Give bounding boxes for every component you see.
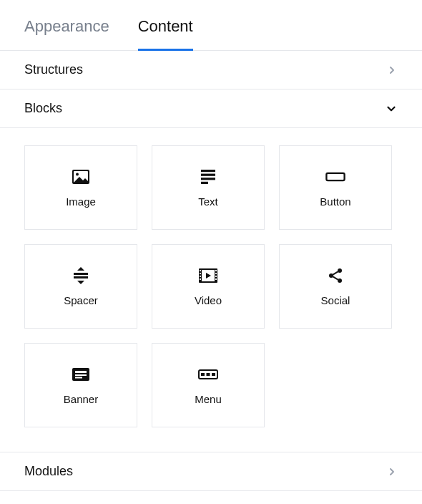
svg-rect-19 xyxy=(215,270,217,271)
block-social[interactable]: Social xyxy=(279,244,392,329)
svg-line-27 xyxy=(333,276,338,279)
section-structures-label: Structures xyxy=(24,62,83,77)
chevron-right-icon xyxy=(386,64,398,76)
section-blocks[interactable]: Blocks xyxy=(0,89,422,128)
block-image-label: Image xyxy=(66,195,96,208)
svg-rect-10 xyxy=(74,276,88,278)
text-icon xyxy=(198,168,218,185)
svg-marker-8 xyxy=(77,267,84,271)
svg-rect-17 xyxy=(200,276,201,277)
svg-line-26 xyxy=(333,271,338,274)
tab-bar: Appearance Content xyxy=(0,0,422,51)
svg-rect-20 xyxy=(215,273,217,274)
block-image[interactable]: Image xyxy=(24,145,137,230)
svg-rect-6 xyxy=(201,181,208,183)
chevron-down-icon xyxy=(385,102,398,115)
svg-rect-22 xyxy=(215,278,217,280)
svg-rect-33 xyxy=(201,373,205,376)
svg-rect-34 xyxy=(207,373,210,376)
tab-content[interactable]: Content xyxy=(138,17,193,50)
svg-rect-7 xyxy=(326,173,344,180)
block-text-label: Text xyxy=(198,195,218,208)
image-icon xyxy=(71,168,91,185)
block-social-label: Social xyxy=(321,294,350,306)
video-icon xyxy=(198,267,218,284)
block-button-label: Button xyxy=(320,195,350,208)
menu-icon xyxy=(198,366,218,383)
svg-rect-30 xyxy=(75,374,87,376)
block-text[interactable]: Text xyxy=(152,145,265,230)
svg-rect-16 xyxy=(200,273,201,274)
block-spacer[interactable]: Spacer xyxy=(24,244,137,329)
section-modules-label: Modules xyxy=(24,464,73,479)
svg-rect-18 xyxy=(200,278,201,280)
blocks-grid: Image Text Button Spacer Video Social xyxy=(0,128,422,452)
share-icon xyxy=(325,267,345,284)
svg-marker-11 xyxy=(77,281,84,284)
svg-rect-3 xyxy=(201,170,215,172)
svg-rect-15 xyxy=(200,270,201,271)
svg-rect-4 xyxy=(201,173,215,175)
chevron-right-icon xyxy=(386,466,398,478)
section-structures[interactable]: Structures xyxy=(0,51,422,89)
block-video-label: Video xyxy=(195,294,222,306)
svg-rect-9 xyxy=(74,273,88,275)
spacer-icon xyxy=(71,267,91,284)
section-modules[interactable]: Modules xyxy=(0,452,422,491)
block-spacer-label: Spacer xyxy=(64,294,98,306)
block-menu-label: Menu xyxy=(195,393,222,405)
block-menu[interactable]: Menu xyxy=(152,343,265,427)
svg-rect-5 xyxy=(201,178,215,180)
svg-rect-21 xyxy=(215,276,217,277)
block-video[interactable]: Video xyxy=(152,244,265,329)
svg-rect-31 xyxy=(75,377,82,378)
block-banner[interactable]: Banner xyxy=(24,343,137,427)
svg-rect-35 xyxy=(212,373,215,376)
section-blocks-label: Blocks xyxy=(24,101,62,116)
block-banner-label: Banner xyxy=(64,393,98,405)
button-icon xyxy=(325,168,345,185)
block-button[interactable]: Button xyxy=(279,145,392,230)
svg-point-2 xyxy=(76,173,79,175)
banner-icon xyxy=(71,366,91,383)
tab-appearance[interactable]: Appearance xyxy=(24,17,109,50)
svg-rect-29 xyxy=(75,371,87,373)
